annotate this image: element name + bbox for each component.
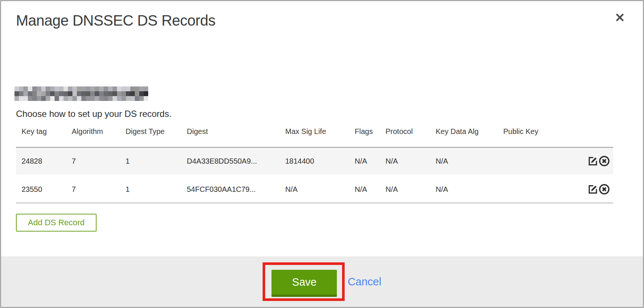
col-header-digest-type: Digest Type xyxy=(126,124,187,147)
cell-public-key xyxy=(503,175,587,203)
cell-digest-type: 1 xyxy=(126,147,187,175)
dnssec-dialog: Manage DNSSEC DS Records Choose how to s… xyxy=(0,0,644,308)
col-header-key-tag: Key tag xyxy=(16,124,72,147)
cell-flags: N/A xyxy=(355,147,386,175)
delete-record-icon xyxy=(598,155,610,167)
cell-key-tag: 24828 xyxy=(16,147,72,175)
cell-algorithm: 7 xyxy=(72,147,126,175)
page-title: Manage DNSSEC DS Records xyxy=(16,12,215,29)
cell-digest: D4A33E8DD550A9... xyxy=(187,147,285,175)
row-actions xyxy=(587,183,611,195)
edit-record-icon xyxy=(587,155,598,167)
cell-protocol: N/A xyxy=(386,175,436,203)
close-icon[interactable] xyxy=(614,12,626,23)
col-header-algorithm: Algorithm xyxy=(72,124,126,147)
edit-record-icon xyxy=(587,184,598,195)
cell-flags: N/A xyxy=(355,175,386,203)
dialog-footer: Save Cancel xyxy=(1,256,643,307)
cancel-link[interactable]: Cancel xyxy=(348,276,381,288)
redacted-domain-name xyxy=(14,86,148,101)
col-header-public-key: Public Key xyxy=(503,124,587,147)
cell-max-sig-life: N/A xyxy=(285,175,355,203)
col-header-key-data-alg: Key Data Alg xyxy=(436,124,503,147)
cell-algorithm: 7 xyxy=(72,175,126,203)
save-highlight-annotation: Save xyxy=(263,262,345,301)
edit-record-button[interactable] xyxy=(587,155,598,167)
delete-record-button[interactable] xyxy=(598,155,610,167)
cell-protocol: N/A xyxy=(386,147,436,175)
ds-records-table: Key tag Algorithm Digest Type Digest Max… xyxy=(16,124,613,203)
add-ds-record-button[interactable]: Add DS Record xyxy=(16,214,97,232)
close-x-glyph xyxy=(615,12,625,23)
delete-record-icon xyxy=(598,183,610,195)
delete-record-button[interactable] xyxy=(598,183,610,195)
cell-digest: 54FCF030AA1C79... xyxy=(187,175,285,203)
cell-public-key xyxy=(503,147,587,175)
table-row: 23550 7 1 54FCF030AA1C79... N/A N/A N/A … xyxy=(16,175,613,203)
cell-key-data-alg: N/A xyxy=(436,175,503,203)
save-button[interactable]: Save xyxy=(271,270,337,297)
cell-key-tag: 23550 xyxy=(16,175,72,203)
edit-record-button[interactable] xyxy=(587,184,598,195)
col-header-flags: Flags xyxy=(355,124,386,147)
col-header-protocol: Protocol xyxy=(386,124,436,147)
row-actions xyxy=(587,155,611,167)
col-header-max-sig-life: Max Sig Life xyxy=(285,124,355,147)
col-header-actions xyxy=(587,124,613,147)
table-header-row: Key tag Algorithm Digest Type Digest Max… xyxy=(16,124,613,147)
cell-max-sig-life: 1814400 xyxy=(285,147,355,175)
cell-key-data-alg: N/A xyxy=(436,147,503,175)
table-row: 24828 7 1 D4A33E8DD550A9... 1814400 N/A … xyxy=(16,147,613,175)
col-header-digest: Digest xyxy=(187,124,285,147)
instruction-text: Choose how to set up your DS records. xyxy=(16,109,172,119)
cell-digest-type: 1 xyxy=(126,175,187,203)
